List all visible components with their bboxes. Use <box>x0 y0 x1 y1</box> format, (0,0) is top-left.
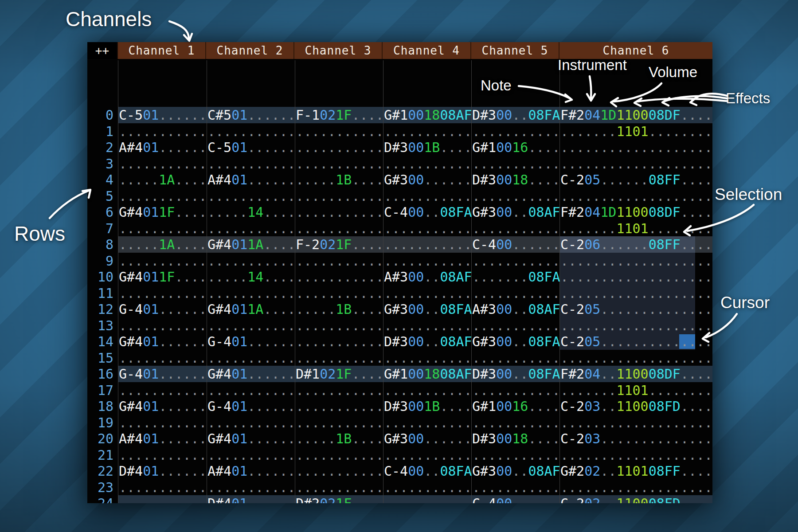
pattern-cell[interactable]: A#300..08AF <box>472 301 560 317</box>
pattern-cell[interactable]: G#10016.... <box>472 139 560 156</box>
pattern-cell[interactable]: .......1101........ <box>560 382 712 399</box>
pattern-cell[interactable]: ........... <box>296 123 384 140</box>
pattern-cell[interactable]: G#4011A.... <box>207 236 296 253</box>
pattern-cell[interactable]: G-401...... <box>207 333 296 350</box>
pattern-cell[interactable]: C-400..08FA <box>384 463 472 479</box>
pattern-cell[interactable]: ........... <box>384 188 472 204</box>
pattern-cell[interactable]: A#401...... <box>207 172 296 188</box>
pattern-cell[interactable]: ........... <box>472 253 560 269</box>
pattern-cell[interactable]: ........... <box>119 253 207 269</box>
pattern-cell[interactable]: ........... <box>207 253 296 269</box>
pattern-cell[interactable]: A#300..08AF <box>384 269 472 285</box>
pattern-cell[interactable]: C-205.............. <box>560 333 712 350</box>
pattern-cell[interactable]: .....1A.... <box>119 236 207 253</box>
pattern-cell[interactable]: ........... <box>384 253 472 269</box>
pattern-cell[interactable]: ........... <box>296 333 384 350</box>
pattern-cell[interactable]: A#401...... <box>119 430 207 447</box>
pattern-cell[interactable]: ........... <box>119 317 207 334</box>
pattern-cell[interactable]: ................... <box>560 350 712 366</box>
pattern-cell[interactable]: ........... <box>119 350 207 366</box>
pattern-cell[interactable]: ........... <box>472 479 560 496</box>
pattern-cell[interactable]: ........... <box>384 495 472 503</box>
pattern-cell[interactable]: G#401...... <box>207 366 296 382</box>
pattern-cell[interactable]: ................... <box>560 415 712 431</box>
pattern-cell[interactable]: ........... <box>472 285 560 301</box>
pattern-cell[interactable]: D#3001B.... <box>384 398 472 415</box>
pattern-cell[interactable]: D#401...... <box>207 495 296 503</box>
pattern-cell[interactable]: .......1101........ <box>560 123 712 140</box>
pattern-cell[interactable]: ........... <box>296 382 384 399</box>
pattern-cell[interactable]: G-401...... <box>119 366 207 382</box>
pattern-cell[interactable]: ........... <box>384 382 472 399</box>
pattern-cell[interactable]: D#401...... <box>119 463 207 479</box>
pattern-cell[interactable]: ........... <box>296 479 384 496</box>
pattern-cell[interactable]: ........... <box>296 204 384 220</box>
pattern-cell[interactable]: C-501...... <box>207 139 296 156</box>
pattern-cell[interactable]: ................... <box>560 253 712 269</box>
pattern-cell[interactable]: D#30018.... <box>472 172 560 188</box>
pattern-cell[interactable]: G#1001808AF <box>384 366 472 382</box>
pattern-cell[interactable]: .......1101........ <box>560 220 712 237</box>
pattern-cell[interactable]: ........... <box>119 382 207 399</box>
pattern-cell[interactable]: ........... <box>472 415 560 431</box>
pattern-cell[interactable]: C-203..110008FD.... <box>560 398 712 415</box>
pattern-cell[interactable]: F#2041D110008DF.... <box>560 204 712 220</box>
pattern-cell[interactable]: ........... <box>296 139 384 156</box>
pattern-cell[interactable]: .....1B.... <box>296 172 384 188</box>
pattern-cell[interactable]: G#300..08AF <box>472 204 560 220</box>
pattern-cell[interactable]: D#300..08AF <box>384 333 472 350</box>
pattern-cell[interactable]: ................... <box>560 285 712 301</box>
pattern-cell[interactable]: ........... <box>384 415 472 431</box>
pattern-cell[interactable]: G#4011F.... <box>119 204 207 220</box>
pattern-cell[interactable]: ........... <box>207 188 296 204</box>
pattern-cell[interactable]: ........... <box>207 156 296 172</box>
pattern-cell[interactable]: ........... <box>384 236 472 253</box>
pattern-cell[interactable]: ........... <box>207 317 296 334</box>
pattern-cell[interactable]: G#300..08AF <box>472 463 560 479</box>
pattern-cell[interactable]: ........... <box>296 317 384 334</box>
pattern-cell[interactable]: ........... <box>384 479 472 496</box>
pattern-cell[interactable]: G#300..08FA <box>384 301 472 317</box>
pattern-cell[interactable]: D#1021F.... <box>296 366 384 382</box>
pattern-cell[interactable]: .....14.... <box>207 204 296 220</box>
pattern-cell[interactable]: ........... <box>296 447 384 463</box>
pattern-cell[interactable]: ........... <box>207 123 296 140</box>
pattern-cell[interactable]: ................... <box>560 479 712 496</box>
pattern-cell[interactable]: ........... <box>384 447 472 463</box>
pattern-cell[interactable]: ................... <box>560 156 712 172</box>
pattern-cell[interactable]: ........... <box>207 350 296 366</box>
pattern-cell[interactable]: ........... <box>119 123 207 140</box>
pattern-cell[interactable]: ........... <box>207 382 296 399</box>
pattern-cell[interactable]: ........... <box>472 447 560 463</box>
pattern-cell[interactable]: ........... <box>119 220 207 237</box>
pattern-cell[interactable]: ........... <box>296 220 384 237</box>
pattern-cell[interactable]: ........... <box>384 350 472 366</box>
pattern-cell[interactable]: D#3001B.... <box>384 139 472 156</box>
pattern-cell[interactable]: D#300..08FA <box>472 107 560 123</box>
pattern-cell[interactable]: C-202..110008FD.... <box>560 495 712 503</box>
pattern-cell[interactable]: ........... <box>207 415 296 431</box>
pattern-cell[interactable]: .....1B.... <box>296 301 384 317</box>
pattern-cell[interactable]: ........... <box>296 415 384 431</box>
pattern-cell[interactable]: ........... <box>119 285 207 301</box>
pattern-cell[interactable]: ........... <box>384 123 472 140</box>
pattern-cell[interactable]: G-401...... <box>119 301 207 317</box>
pattern-cell[interactable]: C-205.............. <box>560 301 712 317</box>
pattern-cell[interactable]: G#401...... <box>119 333 207 350</box>
pattern-cell[interactable]: C-501...... <box>119 107 207 123</box>
pattern-cell[interactable]: ................... <box>560 447 712 463</box>
pattern-cell[interactable]: ........... <box>119 415 207 431</box>
pattern-cell[interactable]: ........... <box>119 447 207 463</box>
pattern-cell[interactable]: ........... <box>119 156 207 172</box>
pattern-cell[interactable]: ........... <box>472 382 560 399</box>
pattern-cell[interactable]: ........... <box>207 447 296 463</box>
pattern-cell[interactable]: G#300...... <box>384 172 472 188</box>
pattern-cell[interactable]: D#300..08FA <box>472 366 560 382</box>
pattern-cell[interactable]: .....14.... <box>207 269 296 285</box>
pattern-cell[interactable]: ........... <box>296 350 384 366</box>
pattern-cell[interactable]: G#202..110108FF.... <box>560 463 712 479</box>
pattern-cell[interactable]: ........... <box>207 220 296 237</box>
pattern-cell[interactable]: D#30018.... <box>472 430 560 447</box>
pattern-cell[interactable]: ........... <box>207 285 296 301</box>
pattern-cell[interactable]: D#2021F.... <box>296 495 384 503</box>
